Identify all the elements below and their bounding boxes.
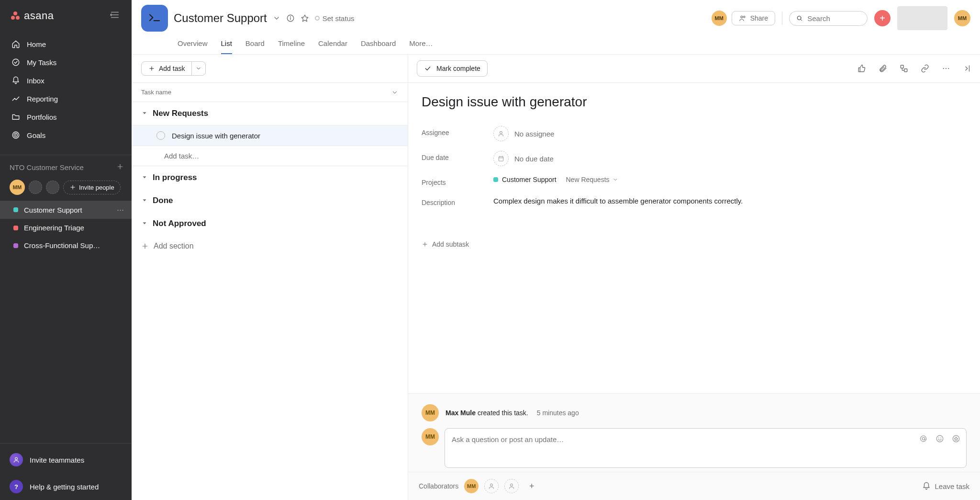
section-toggle[interactable]: [141, 110, 148, 118]
invite-teammates-button[interactable]: Invite teammates: [0, 446, 132, 473]
subtask-button[interactable]: [900, 64, 908, 73]
column-menu-button[interactable]: [391, 89, 398, 96]
add-task-button[interactable]: Add task: [141, 61, 206, 76]
section-not-approved[interactable]: Not Approved: [132, 212, 408, 235]
nav-reporting[interactable]: Reporting: [4, 90, 128, 108]
tab-calendar[interactable]: Calendar: [318, 37, 347, 54]
tab-dashboard[interactable]: Dashboard: [361, 37, 396, 54]
favorite-button[interactable]: [301, 14, 309, 23]
task-complete-checkbox[interactable]: [156, 131, 165, 140]
activity-text: created this task.: [476, 409, 528, 417]
section-dropdown[interactable]: New Requests: [566, 176, 618, 183]
collapse-sidebar-button[interactable]: [108, 8, 122, 23]
assignee-field[interactable]: No assignee: [493, 126, 967, 141]
add-task-dropdown[interactable]: [191, 62, 205, 75]
search-input[interactable]: [807, 14, 860, 23]
nav-portfolios[interactable]: Portfolios: [4, 108, 128, 126]
share-button[interactable]: Share: [732, 11, 775, 25]
more-actions-button[interactable]: [942, 64, 950, 73]
emoji-button[interactable]: [935, 434, 944, 444]
project-title[interactable]: Customer Support: [174, 11, 267, 25]
chevron-down-icon: [196, 66, 201, 71]
svg-point-8: [14, 133, 18, 137]
copy-link-button[interactable]: [921, 64, 929, 73]
nav-inbox[interactable]: Inbox: [4, 71, 128, 90]
plus-icon: [148, 65, 155, 72]
project-item-customer-support[interactable]: Customer Support ⋯: [0, 201, 132, 219]
add-section-button[interactable]: Add section: [132, 235, 408, 257]
brand-logo[interactable]: asana: [10, 10, 54, 22]
status-dot-icon: [315, 16, 320, 21]
section-done[interactable]: Done: [132, 189, 408, 212]
activity-actor: Max Mule: [445, 409, 476, 417]
check-icon: [424, 65, 432, 72]
attachment-button[interactable]: [879, 64, 887, 73]
tab-more[interactable]: More…: [409, 37, 433, 54]
tab-overview[interactable]: Overview: [178, 37, 208, 54]
user-avatar[interactable]: MM: [954, 10, 970, 26]
project-tag[interactable]: Customer Support: [493, 176, 557, 183]
add-task-inline[interactable]: Add task…: [132, 146, 408, 166]
section-new-requests[interactable]: New Requests: [132, 102, 408, 125]
like-button[interactable]: [858, 64, 866, 73]
svg-point-48: [941, 438, 941, 438]
add-collaborator-button[interactable]: +: [524, 479, 539, 493]
tab-board[interactable]: Board: [245, 37, 265, 54]
invite-people-button[interactable]: Invite people: [63, 181, 121, 194]
invite-label: Invite teammates: [30, 456, 84, 464]
project-dropdown-button[interactable]: [273, 14, 280, 22]
project-item-cross-functional[interactable]: Cross-Functional Sup…: [0, 237, 132, 254]
leave-task-button[interactable]: Leave task: [922, 482, 969, 490]
avatar-empty[interactable]: [46, 181, 59, 194]
task-row[interactable]: Design issue with generator: [132, 125, 408, 146]
section-toggle[interactable]: [141, 197, 148, 205]
appreciation-button[interactable]: [952, 434, 960, 444]
section-toggle[interactable]: [141, 220, 148, 228]
add-collaborator-slot[interactable]: [484, 479, 499, 493]
svg-point-0: [13, 11, 17, 15]
project-more-button[interactable]: ⋯: [117, 205, 124, 214]
avatar-empty[interactable]: [29, 181, 42, 194]
section-toggle[interactable]: [141, 174, 148, 182]
close-detail-button[interactable]: [963, 64, 971, 73]
assignee-label: Assignee: [422, 126, 484, 136]
divider: [782, 11, 782, 25]
project-info-button[interactable]: [286, 14, 295, 23]
svg-marker-50: [954, 437, 958, 441]
svg-point-38: [500, 131, 502, 134]
nav-goals[interactable]: Goals: [4, 126, 128, 144]
team-header[interactable]: NTO Customer Service: [0, 158, 132, 177]
task-title[interactable]: Design issue with generator: [422, 94, 967, 110]
nav-mytasks[interactable]: My Tasks: [4, 53, 128, 71]
project-icon[interactable]: [141, 5, 168, 32]
search-box[interactable]: [789, 11, 868, 26]
activity-avatar[interactable]: MM: [422, 404, 439, 421]
mention-button[interactable]: [919, 434, 928, 444]
comment-input[interactable]: [452, 435, 959, 443]
header: Customer Support Set status MM Share: [132, 0, 980, 55]
asana-logo-icon: [10, 10, 21, 22]
add-subtask-button[interactable]: Add subtask: [422, 240, 967, 248]
description-field[interactable]: Complex design makes it difficult to ass…: [493, 196, 967, 207]
help-button[interactable]: ? Help & getting started: [0, 473, 132, 500]
project-item-engineering-triage[interactable]: Engineering Triage: [0, 219, 132, 237]
tab-timeline[interactable]: Timeline: [278, 37, 305, 54]
avatar[interactable]: MM: [10, 180, 25, 195]
quick-add-button[interactable]: +: [874, 10, 891, 26]
svg-point-49: [953, 435, 959, 442]
invite-label: Invite people: [79, 184, 114, 191]
section-in-progress[interactable]: In progress: [132, 166, 408, 189]
nav-home[interactable]: Home: [4, 35, 128, 53]
duedate-field[interactable]: No due date: [493, 151, 967, 166]
member-avatar[interactable]: MM: [712, 11, 727, 26]
tab-list[interactable]: List: [221, 37, 232, 54]
sidebar: asana Home My Tasks Inbox Reporting Port…: [0, 0, 132, 500]
comment-input-box[interactable]: [445, 428, 967, 468]
set-status-button[interactable]: Set status: [315, 14, 355, 23]
collaborator-avatar[interactable]: MM: [464, 479, 479, 493]
add-collaborator-slot[interactable]: [504, 479, 519, 493]
bell-icon: [11, 76, 20, 85]
mark-complete-button[interactable]: Mark complete: [417, 60, 488, 77]
project-tag-label: Customer Support: [502, 176, 557, 183]
add-team-button[interactable]: [116, 163, 124, 172]
